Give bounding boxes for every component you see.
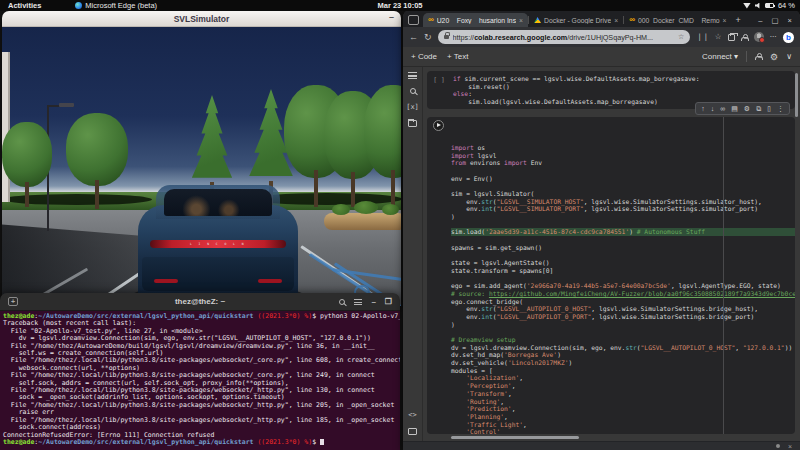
notebook-area: [ ] if sim.current_scene == lgsvl.wise.D… (423, 67, 800, 441)
minimize-button[interactable]: – (389, 12, 394, 22)
code-line: dv = lgsvl.dreamview.Connection(sim, ego… (451, 344, 795, 352)
move-cell-down-icon[interactable]: ↓ (711, 104, 715, 113)
connect-button[interactable]: Connect ▾ (702, 52, 738, 61)
car-reflector (258, 279, 282, 283)
move-cell-up-icon[interactable]: ↑ (701, 104, 705, 113)
horizontal-scrollbar[interactable] (451, 436, 579, 439)
delete-cell-icon[interactable]: ▯ (767, 104, 771, 113)
code-line: # Dreamview setup (451, 336, 795, 344)
settings-menu-icon[interactable]: ⋯ (770, 33, 778, 41)
code-line (451, 182, 795, 190)
terminal-search-icon[interactable] (339, 299, 345, 305)
collapse-toolbar-chevron[interactable]: ∨ (786, 52, 792, 61)
code-line: import lgsvl (451, 152, 795, 160)
favorite-this-page-icon[interactable]: ☆ (678, 33, 684, 41)
terminal-title-bar[interactable]: + thez@theZ: ~ – ❒ (0, 293, 400, 311)
files-icon[interactable] (408, 120, 417, 127)
footer-close-icon[interactable]: × (788, 443, 792, 450)
vertical-tabs-button[interactable] (408, 15, 419, 25)
add-code-button[interactable]: + Code (411, 52, 437, 61)
code-line: sim = lgsvl.Simulator( (451, 190, 795, 198)
code-line: env.int("LGSVL__AUTOPILOT_0_PORT", lgsvl… (451, 313, 795, 321)
cell-actions-toolbar: ↑↓∞▤⚙⧉▯⋮ (695, 102, 790, 115)
mirror-cell-icon[interactable]: ⧉ (756, 104, 761, 113)
cell-settings-icon[interactable]: ⚙ (744, 104, 750, 113)
back-button[interactable]: ← (409, 33, 418, 42)
clock[interactable]: Mar 23 10:05 (377, 1, 422, 10)
window-maximize-button[interactable]: ▢ (772, 16, 779, 25)
battery-icon (765, 3, 774, 8)
tab-title: Docker - Google Drive (544, 17, 611, 24)
colab-footer-bar: × (403, 441, 800, 450)
code-snippets-icon[interactable]: <> (408, 411, 416, 419)
code-cell-2[interactable]: import osimport lgsvlfrom environs impor… (427, 117, 795, 434)
toolbar-icons: ❘❘ ☆ ⋯ b (696, 32, 794, 43)
tab-close-button[interactable]: × (723, 17, 727, 24)
share-users-icon[interactable] (755, 53, 762, 60)
add-text-button[interactable]: + Text (447, 52, 468, 61)
browser-tab-1[interactable]: ∞U20__Foxy__husarion Ins× (423, 13, 528, 27)
svl-3d-viewport[interactable]: L I N C O L N (2, 27, 401, 306)
colab-left-sidebar: [x] <> (403, 67, 423, 441)
volume-icon (755, 3, 761, 9)
address-bar[interactable]: https://colab.research.google.com/drive/… (438, 30, 691, 44)
add-comment-icon[interactable]: ▤ (731, 104, 738, 113)
terminal-new-tab-button[interactable]: + (8, 297, 18, 306)
car-tail-light-bar: L I N C O L N (150, 240, 286, 248)
code-line: env.str("LGSVL__AUTOPILOT_0_HOST", lgsvl… (451, 305, 795, 313)
gnome-top-bar: Activities Microsoft Edge (beta) Mar 23 … (0, 0, 800, 11)
reload-button[interactable]: ↻ (424, 33, 432, 42)
battery-percent: 64 % (778, 1, 795, 10)
terminal-minimize-button[interactable]: – (371, 298, 375, 306)
bing-discover-icon[interactable]: b (783, 32, 794, 43)
terminal-traceback-line: File "/home/thez/.local/lib/python3.8/si… (3, 402, 397, 409)
table-of-contents-icon[interactable] (408, 72, 417, 79)
favorites-icon[interactable]: ☆ (715, 33, 722, 41)
colab-terminal-icon[interactable] (408, 428, 417, 435)
code-line: 'Localization', (451, 374, 795, 382)
code-line: dv.set_hd_map('Borregas Ave') (451, 351, 795, 359)
variables-icon[interactable]: [x] (406, 103, 419, 111)
collections-icon[interactable] (728, 34, 735, 41)
browser-tab-2[interactable]: Docker - Google Drive× (529, 13, 623, 27)
footer-status-icon[interactable] (776, 444, 780, 448)
browser-essentials-icon[interactable] (741, 34, 748, 41)
desktop: Activities Microsoft Edge (beta) Mar 23 … (0, 0, 800, 450)
browser-toolbar: ← ↻ https://colab.research.google.com/dr… (403, 27, 800, 47)
focused-app-indicator[interactable]: Microsoft Edge (beta) (75, 1, 157, 10)
bush (382, 204, 399, 215)
edge-logo-icon (75, 2, 82, 9)
find-replace-icon[interactable] (410, 88, 416, 94)
system-status-area[interactable]: 64 % (743, 1, 800, 10)
profile-avatar[interactable] (754, 32, 764, 42)
new-tab-button[interactable]: + (736, 15, 741, 25)
divider (746, 51, 747, 62)
split-screen-icon[interactable]: ❘❘ (696, 33, 709, 41)
tree (2, 122, 52, 207)
tab-close-button[interactable]: × (519, 17, 523, 24)
code-line: dv.set_vehicle('Lincoln2017MKZ') (451, 359, 795, 367)
browser-tab-3[interactable]: ∞000_Docker_CMD__Remo× (624, 13, 731, 27)
activities-button[interactable]: Activities (0, 1, 49, 10)
tree (364, 85, 401, 207)
copy-link-to-cell-icon[interactable]: ∞ (720, 104, 725, 113)
code-line: ego.connect_bridge( (451, 298, 795, 306)
window-minimize-button[interactable]: – (758, 16, 762, 25)
colab-icon: ∞ (629, 17, 635, 23)
more-actions-icon[interactable]: ⋮ (777, 104, 784, 113)
window-close-button[interactable]: × (788, 16, 792, 25)
cell-run-gutter[interactable]: [ ] (427, 71, 451, 109)
terminal-menu-icon[interactable] (354, 299, 362, 305)
url-text: https://colab.research.google.com/drive/… (453, 33, 674, 42)
terminal-maximize-button[interactable]: ❒ (385, 298, 392, 306)
tab-close-button[interactable]: × (614, 17, 618, 24)
svl-title-bar[interactable]: SVLSimulator – (2, 11, 401, 27)
cell-2-code[interactable]: import osimport lgsvlfrom environs impor… (449, 117, 795, 434)
code-line: import os (451, 144, 795, 152)
run-cell-button[interactable] (433, 120, 444, 131)
vertical-scrollbar[interactable] (795, 73, 798, 117)
settings-gear-icon[interactable]: ⚙ (770, 52, 778, 62)
terminal-window: + thez@theZ: ~ – ❒ thez@ade:~/AutowareDe… (0, 293, 400, 450)
focused-app-name: Microsoft Edge (beta) (85, 1, 157, 10)
terminal-output[interactable]: thez@ade:~/AutowareDemo/src/external/lgs… (0, 311, 400, 450)
